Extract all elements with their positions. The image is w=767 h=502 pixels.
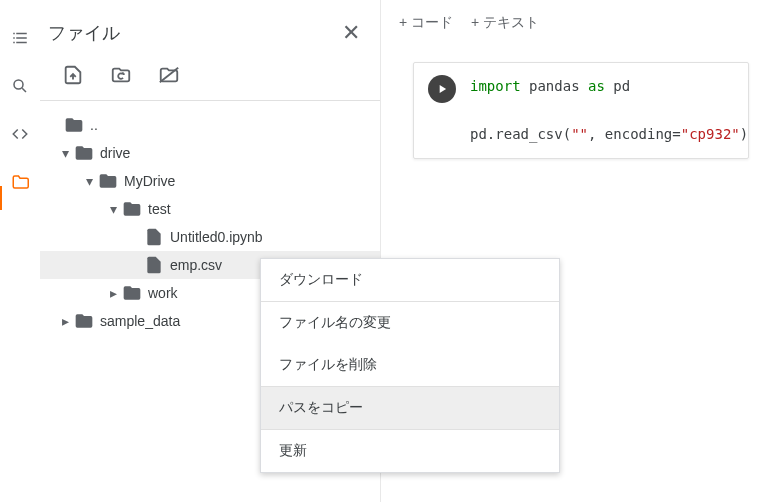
code-text: , encoding=	[588, 126, 681, 142]
tree-label: drive	[100, 145, 130, 161]
chevron-down-icon[interactable]: ▾	[80, 173, 98, 189]
toc-icon[interactable]	[10, 28, 30, 48]
tree-label: emp.csv	[170, 257, 222, 273]
folder-icon	[74, 311, 94, 331]
context-menu: ダウンロード ファイル名の変更 ファイルを削除 パスをコピー 更新	[260, 258, 560, 473]
menu-delete[interactable]: ファイルを削除	[261, 344, 559, 386]
tree-parent[interactable]: ..	[40, 111, 380, 139]
tree-file-untitled[interactable]: Untitled0.ipynb	[40, 223, 380, 251]
folder-up-icon	[64, 115, 84, 135]
tree-label: sample_data	[100, 313, 180, 329]
folder-icon	[98, 171, 118, 191]
upload-icon[interactable]	[62, 64, 84, 86]
code-text: )	[740, 126, 748, 142]
svg-point-0	[14, 80, 23, 89]
file-icon	[144, 255, 164, 275]
tree-label: work	[148, 285, 178, 301]
tree-drive[interactable]: ▾ drive	[40, 139, 380, 167]
tree-label: ..	[90, 117, 98, 133]
menu-copy-path[interactable]: パスをコピー	[261, 387, 559, 429]
files-icon[interactable]	[10, 172, 30, 192]
code-editor[interactable]: import pandas as pd pd.read_csv("", enco…	[470, 75, 748, 146]
tree-label: MyDrive	[124, 173, 175, 189]
add-code-button[interactable]: + コード	[399, 14, 453, 32]
code-keyword: import	[470, 78, 521, 94]
code-string: "cp932"	[681, 126, 740, 142]
code-snippets-icon[interactable]	[10, 124, 30, 144]
refresh-folder-icon[interactable]	[110, 64, 132, 86]
file-toolbar	[40, 56, 380, 101]
chevron-down-icon[interactable]: ▾	[104, 201, 122, 217]
code-text: pd	[605, 78, 630, 94]
tree-label: test	[148, 201, 171, 217]
file-panel-header: ファイル ✕	[40, 0, 380, 56]
folder-icon	[122, 199, 142, 219]
rail-active-indicator	[0, 186, 2, 210]
menu-download[interactable]: ダウンロード	[261, 259, 559, 301]
file-icon	[144, 227, 164, 247]
code-cell[interactable]: import pandas as pd pd.read_csv("", enco…	[413, 62, 749, 159]
left-rail	[0, 0, 40, 502]
folder-icon	[74, 143, 94, 163]
run-button[interactable]	[428, 75, 456, 103]
chevron-right-icon[interactable]: ▸	[104, 285, 122, 301]
search-icon[interactable]	[10, 76, 30, 96]
menu-refresh[interactable]: 更新	[261, 430, 559, 472]
panel-title: ファイル	[48, 21, 120, 45]
code-string: ""	[571, 126, 588, 142]
chevron-right-icon[interactable]: ▸	[56, 313, 74, 329]
code-text: pd.read_csv(	[470, 126, 571, 142]
folder-icon	[122, 283, 142, 303]
mount-drive-icon[interactable]	[158, 64, 180, 86]
close-icon[interactable]: ✕	[342, 20, 360, 46]
add-text-button[interactable]: + テキスト	[471, 14, 539, 32]
tree-test[interactable]: ▾ test	[40, 195, 380, 223]
chevron-down-icon[interactable]: ▾	[56, 145, 74, 161]
tree-mydrive[interactable]: ▾ MyDrive	[40, 167, 380, 195]
code-keyword: as	[588, 78, 605, 94]
svg-line-1	[22, 88, 26, 92]
cell-insert-toolbar: + コード + テキスト	[381, 0, 767, 46]
tree-label: Untitled0.ipynb	[170, 229, 263, 245]
menu-rename[interactable]: ファイル名の変更	[261, 302, 559, 344]
code-text: pandas	[521, 78, 588, 94]
